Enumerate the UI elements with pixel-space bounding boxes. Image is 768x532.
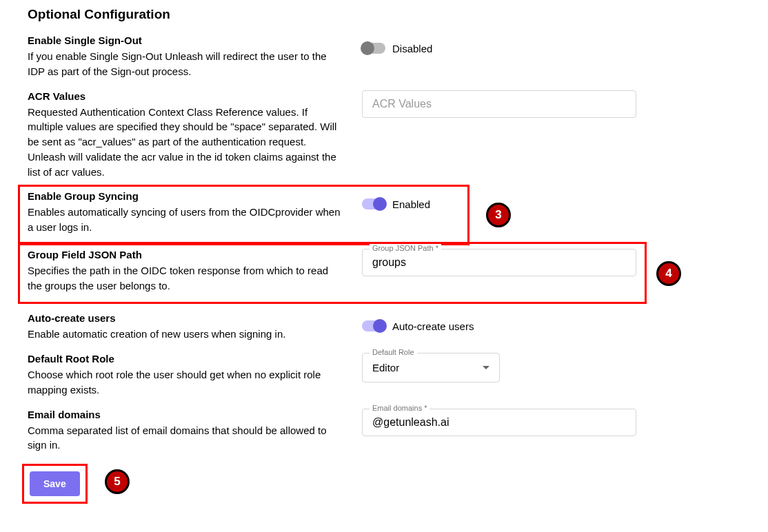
group-path-input-wrap[interactable]: Group JSON Path * [362,249,636,276]
acr-input[interactable] [372,98,626,110]
acr-input-wrap[interactable] [362,90,636,118]
email-domains-float-label: Email domains * [370,404,430,412]
sso-toggle[interactable] [362,43,385,54]
group-sync-toggle-label: Enabled [392,198,430,210]
autocreate-label: Auto-create users [28,312,341,324]
row-group-syncing: Enable Group Syncing Enables automatical… [28,190,740,235]
default-role-float-label: Default Role [370,348,417,356]
autocreate-toggle-label: Auto-create users [392,320,474,332]
email-domains-label: Email domains [28,409,341,420]
row-group-json-path: Group Field JSON Path Specifies the path… [28,249,740,294]
group-path-input[interactable] [372,256,626,269]
default-role-select[interactable]: Default Role Editor [362,353,500,382]
autocreate-toggle[interactable] [362,320,385,331]
sso-label: Enable Single Sign-Out [28,34,341,46]
row-email-domains: Email domains Comma separated list of em… [28,409,740,453]
default-role-value: Editor [372,362,399,374]
group-path-label: Group Field JSON Path [28,249,341,260]
chevron-down-icon [483,366,489,369]
acr-desc: Requested Authentication Context Class R… [28,105,341,180]
group-sync-desc: Enables automatically syncing of users f… [28,205,341,235]
row-autocreate: Auto-create users Enable automatic creat… [28,312,740,342]
sso-toggle-label: Disabled [392,43,432,54]
autocreate-desc: Enable automatic creation of new users w… [28,327,341,342]
group-path-float-label: Group JSON Path * [370,244,441,252]
save-button[interactable]: Save [30,471,80,496]
row-single-sign-out: Enable Single Sign-Out If you enable Sin… [28,34,740,79]
annotation-5: 5 [105,469,130,494]
group-path-desc: Specifies the path in the OIDC token res… [28,263,341,294]
row-acr-values: ACR Values Requested Authentication Cont… [28,90,740,180]
section-title: Optional Configuration [28,7,740,22]
acr-label: ACR Values [28,90,341,102]
email-domains-desc: Comma separated list of email domains th… [28,423,341,453]
email-domains-input[interactable] [372,416,626,429]
default-role-label: Default Root Role [28,353,341,365]
email-domains-input-wrap[interactable]: Email domains * [362,409,636,436]
highlight-box-5: Save [22,464,88,504]
sso-desc: If you enable Single Sign-Out Unleash wi… [28,49,341,79]
group-sync-toggle[interactable] [362,198,385,209]
row-default-role: Default Root Role Choose which root role… [28,353,740,398]
group-sync-label: Enable Group Syncing [28,190,341,202]
default-role-desc: Choose which root role the user should g… [28,367,341,398]
